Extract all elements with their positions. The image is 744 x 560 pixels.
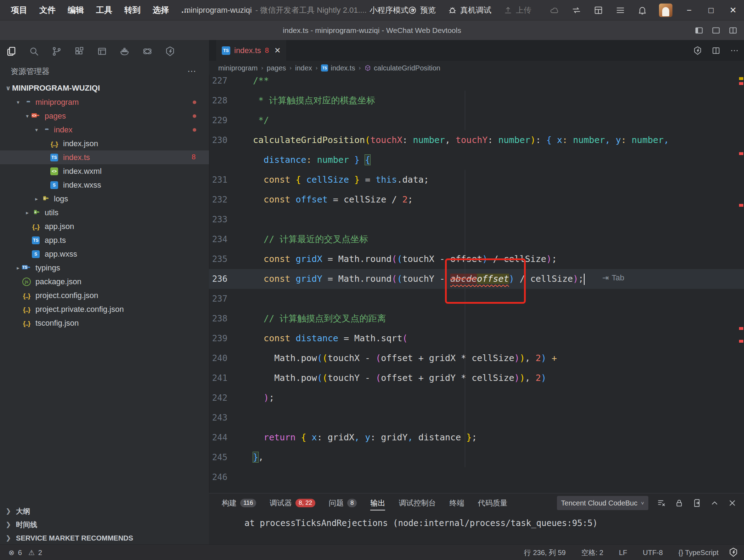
tree-item-label: utils xyxy=(45,208,58,217)
menu-转到[interactable]: 转到 xyxy=(118,5,147,16)
tree-item-app.ts[interactable]: TSapp.ts xyxy=(0,233,209,247)
source-control-icon xyxy=(51,46,62,57)
tree-item-tsconfig.json[interactable]: {..}tsconfig.json xyxy=(0,316,209,330)
ts-file-icon: TS xyxy=(50,153,59,162)
panel-tab-终端[interactable]: 终端 xyxy=(449,493,464,513)
tab-index-ts[interactable]: TS index.ts 8 ✕ xyxy=(216,40,286,61)
activity-extensions-icon[interactable] xyxy=(68,40,91,63)
tree-item-index[interactable]: ▾index xyxy=(0,123,209,137)
cloud-button[interactable] xyxy=(549,5,560,16)
tree-item-package.json[interactable]: jspackage.json xyxy=(0,275,209,288)
status-item[interactable]: {} TypeScript xyxy=(671,549,726,557)
panel-layout-button[interactable] xyxy=(593,5,604,16)
tree-item-index.wxss[interactable]: Sindex.wxss xyxy=(0,178,209,192)
panel-tab-调试器[interactable]: 调试器8, 22 xyxy=(270,493,315,513)
sidebar-section-时间线[interactable]: ❯时间线 xyxy=(0,518,209,531)
close-icon[interactable]: ✕ xyxy=(274,46,281,55)
status-item[interactable]: 空格: 2 xyxy=(574,548,611,558)
activity-search-icon[interactable] xyxy=(23,40,45,63)
close-panel-button[interactable] xyxy=(728,498,737,508)
tree-item-label: typings xyxy=(35,263,60,273)
menu-编辑[interactable]: 编辑 xyxy=(62,5,90,16)
upload-button[interactable]: 上传 xyxy=(503,5,531,16)
panel-actions: Tencent Cloud CodeBuc ˅ xyxy=(557,496,737,510)
minimize-button[interactable]: − xyxy=(683,4,695,16)
status-item[interactable]: LF xyxy=(611,549,635,557)
preview-button[interactable]: 预览 xyxy=(408,5,436,16)
codebuddy-button[interactable] xyxy=(693,46,702,55)
menu-项目[interactable]: 项目 xyxy=(5,5,33,16)
lock-scroll-button[interactable] xyxy=(675,498,684,508)
activity-files-icon[interactable] xyxy=(0,40,23,63)
tab-key-icon: ⇥ xyxy=(602,273,609,282)
tree-item-project.private.config.json[interactable]: {..}project.private.config.json xyxy=(0,302,209,316)
sync-button[interactable] xyxy=(571,5,582,16)
panel-tab-调试控制台[interactable]: 调试控制台 xyxy=(399,493,436,513)
menu-工具[interactable]: 工具 xyxy=(90,5,118,16)
close-button[interactable]: ✕ xyxy=(727,4,739,16)
line-number: 245 xyxy=(209,447,227,467)
clear-output-button[interactable] xyxy=(657,498,666,508)
inline-suggestion-hint: ⇥ Tab xyxy=(602,273,624,282)
mode-switch[interactable]: 小程序模式 xyxy=(370,5,408,16)
toggle-panel-button[interactable] xyxy=(711,26,721,35)
notifications-button[interactable] xyxy=(637,5,648,16)
toggle-sidebar-button[interactable] xyxy=(694,26,704,35)
tree-item-pages[interactable]: ▾<>pages xyxy=(0,109,209,123)
tree-item-project.config.json[interactable]: {..}project.config.json xyxy=(0,288,209,302)
activity-docker-icon[interactable] xyxy=(113,40,136,63)
minimap[interactable] xyxy=(738,71,744,492)
activity-remote-icon[interactable] xyxy=(136,40,159,63)
tree-item-index.wxml[interactable]: <>index.wxml xyxy=(0,164,209,178)
device-debug-button[interactable]: 真机调试 xyxy=(448,5,491,16)
bell-icon xyxy=(637,5,647,15)
tree-item-label: index xyxy=(54,125,73,135)
toggle-splitview-button[interactable] xyxy=(728,26,738,35)
activity-window-icon[interactable] xyxy=(91,40,113,63)
output-channel-select[interactable]: Tencent Cloud CodeBuc ˅ xyxy=(557,496,648,510)
panel-tab-问题[interactable]: 问题8 xyxy=(329,493,357,513)
sidebar-section-SERVICE MARKET RECOMMENDS[interactable]: ❯SERVICE MARKET RECOMMENDS xyxy=(0,531,209,545)
split-editor-button[interactable] xyxy=(711,46,721,55)
tree-item-utils[interactable]: ▸+utils xyxy=(0,206,209,219)
menu-文件[interactable]: 文件 xyxy=(33,5,62,16)
title-bar: 项目文件编辑工具转到选择… miniprogram-wuziqi - 微信开发者… xyxy=(0,0,744,20)
activity-source-control-icon[interactable] xyxy=(45,40,68,63)
panel-tab-构建[interactable]: 构建116 xyxy=(222,493,256,513)
minimap-mark xyxy=(739,204,743,207)
maximize-panel-button[interactable] xyxy=(710,498,719,508)
problems-summary[interactable]: ⊗ 6 ⚠ 2 xyxy=(9,548,42,557)
tree-item-index.ts[interactable]: TSindex.ts8 xyxy=(0,150,209,164)
panel-tab-代码质量[interactable]: 代码质量 xyxy=(478,493,507,513)
tree-item-typings[interactable]: ▸TStypings xyxy=(0,261,209,275)
tree-item-miniprogram[interactable]: ▾miniprogram xyxy=(0,95,209,109)
menu-选择[interactable]: 选择 xyxy=(147,5,175,16)
tree-item-app.json[interactable]: {..}app.json xyxy=(0,219,209,233)
open-log-file-button[interactable] xyxy=(692,498,701,508)
status-item[interactable]: UTF-8 xyxy=(635,549,671,557)
avatar[interactable] xyxy=(659,4,672,17)
tree-item-index.json[interactable]: {..}index.json xyxy=(0,137,209,150)
folder-log-icon: ≡ xyxy=(40,194,50,204)
editor-actions xyxy=(693,40,739,61)
chevron-right-icon: ▸ xyxy=(14,265,22,271)
tree-item-label: tsconfig.json xyxy=(35,319,79,328)
menu-button[interactable] xyxy=(615,5,626,16)
maximize-button[interactable]: □ xyxy=(705,4,717,16)
panel-tab-输出[interactable]: 输出 xyxy=(370,493,385,513)
cloud-icon xyxy=(549,5,559,15)
tree-root[interactable]: ∨ MINIPROGRAM-WUZIQI xyxy=(0,81,209,95)
code-text: const distance = Math.sqrt( xyxy=(253,328,408,348)
window-project-title: miniprogram-wuziqi - 微信开发者工具 Nightly 2.0… xyxy=(184,0,416,20)
tree-item-logs[interactable]: ▸≡logs xyxy=(0,192,209,206)
codebuddy-status-icon[interactable] xyxy=(728,547,739,558)
code-line-246: 246 xyxy=(209,467,744,487)
activity-codebuddy-shield-icon[interactable] xyxy=(159,40,181,63)
code-text: distance: number } { xyxy=(253,150,370,170)
tree-item-app.wxss[interactable]: Sapp.wxss xyxy=(0,247,209,261)
status-item[interactable]: 行 236, 列 59 xyxy=(516,548,574,558)
folder-ts-icon: TS xyxy=(22,263,31,273)
more-actions-button[interactable] xyxy=(730,46,739,55)
sidebar-section-大纲[interactable]: ❯大纲 xyxy=(0,504,209,518)
more-actions-icon[interactable]: … xyxy=(187,63,197,74)
